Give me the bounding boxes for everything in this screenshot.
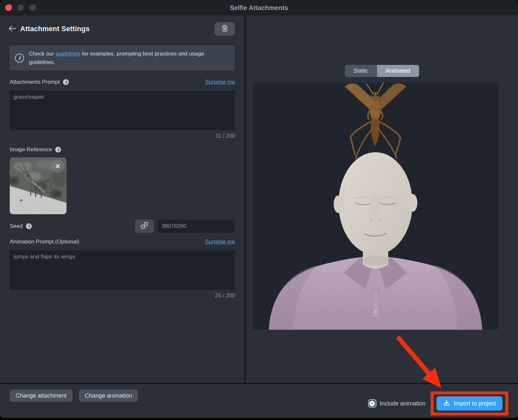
import-to-project-button[interactable]: Import to project xyxy=(437,396,502,411)
surprise-me-link-attachments[interactable]: Surprise me xyxy=(205,79,235,85)
tab-animated[interactable]: Animated xyxy=(377,65,419,77)
tab-static[interactable]: Static xyxy=(345,65,377,77)
preview-render xyxy=(253,83,499,330)
app-window: Selfie Attachments Attachment Settings xyxy=(0,0,518,418)
traffic-lights xyxy=(5,4,36,11)
trash-icon xyxy=(221,24,229,33)
seed-row: Seed i xyxy=(10,219,235,233)
checkmark-icon: ✓ xyxy=(369,401,375,406)
close-icon: ✕ xyxy=(55,163,60,170)
remove-reference-button[interactable]: ✕ xyxy=(51,160,64,173)
dice-icon xyxy=(140,221,149,231)
info-icon[interactable]: i xyxy=(55,147,61,153)
animation-prompt-row: Animation Prompt (Optional) Surprise me xyxy=(10,239,235,245)
image-reference-label: Image Reference xyxy=(10,146,52,153)
traffic-light-close[interactable] xyxy=(5,4,12,11)
panel-title: Attachment Settings xyxy=(20,25,90,33)
import-button-label: Import to project xyxy=(454,400,496,407)
surprise-me-link-animation[interactable]: Surprise me xyxy=(205,239,235,245)
traffic-light-zoom[interactable] xyxy=(29,4,36,11)
include-animation-label: Include animation xyxy=(380,400,426,407)
attachments-prompt-counter: 11 / 200 xyxy=(10,133,235,139)
animation-prompt-input[interactable]: jumps and flaps its wings xyxy=(10,250,235,290)
change-animation-button[interactable]: Change animation xyxy=(79,389,138,402)
randomize-seed-button[interactable] xyxy=(135,219,154,233)
footer-right-group: ✓ Include animation Import to project xyxy=(368,391,508,415)
info-outline-icon: i xyxy=(15,54,24,63)
delete-attachment-button[interactable] xyxy=(215,22,235,36)
info-icon[interactable]: i xyxy=(63,79,69,85)
attachments-prompt-label: Attachments Prompt xyxy=(10,79,60,85)
include-animation-checkbox[interactable]: ✓ xyxy=(368,399,376,408)
preview-mode-tabs: Static Animated xyxy=(345,65,419,77)
back-button[interactable] xyxy=(6,23,18,35)
guidelines-link[interactable]: guidelines xyxy=(56,51,80,57)
arrow-left-icon xyxy=(8,24,17,34)
animation-prompt-label: Animation Prompt (Optional) xyxy=(10,239,79,245)
footer-bar: Change attachment Change animation ✓ Inc… xyxy=(0,383,518,418)
traffic-light-minimize[interactable] xyxy=(17,4,24,11)
window-title: Selfie Attachments xyxy=(230,4,288,12)
preview-panel: Static Animated xyxy=(246,16,518,383)
annotation-highlight-box: Import to project xyxy=(431,391,508,415)
seed-input[interactable] xyxy=(158,220,235,233)
settings-panel: Attachment Settings i Check our guidelin… xyxy=(0,16,245,383)
titlebar: Selfie Attachments xyxy=(0,0,518,16)
main-area: Attachment Settings i Check our guidelin… xyxy=(0,16,518,383)
guidelines-banner: i Check our guidelines for examples, pro… xyxy=(10,45,235,70)
mannequin-with-insect-render xyxy=(253,83,499,330)
image-reference-thumbnail[interactable]: ✕ xyxy=(10,157,67,214)
banner-text-prefix: Check our xyxy=(29,51,56,57)
info-icon[interactable]: i xyxy=(26,223,32,229)
settings-header: Attachment Settings xyxy=(6,22,235,36)
guidelines-banner-text: Check our guidelines for examples, promp… xyxy=(29,50,230,66)
attachments-prompt-input[interactable]: grasshopper xyxy=(10,91,235,130)
attachments-prompt-row: Attachments Prompt i Surprise me xyxy=(10,79,235,85)
image-reference-row: Image Reference i xyxy=(10,146,235,153)
download-icon xyxy=(443,399,450,408)
animation-prompt-counter: 25 / 200 xyxy=(10,292,235,299)
seed-label: Seed xyxy=(10,223,23,229)
change-attachment-button[interactable]: Change attachment xyxy=(10,389,72,402)
